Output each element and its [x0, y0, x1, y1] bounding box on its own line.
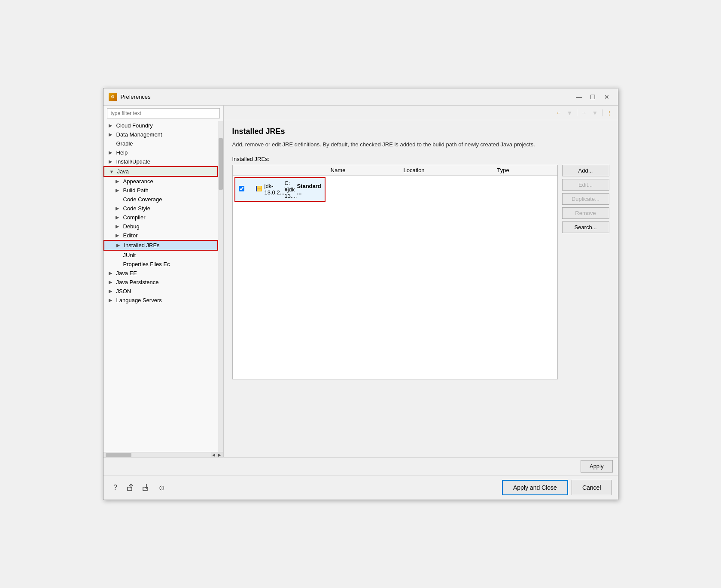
add-button[interactable]: Add...: [562, 165, 609, 176]
edit-button[interactable]: Edit...: [562, 179, 609, 191]
tree-item-editor[interactable]: ▶Editor: [103, 231, 218, 240]
tree-item-java[interactable]: ▼Java: [103, 166, 218, 177]
duplicate-button[interactable]: Duplicate...: [562, 193, 609, 205]
tree-label-appearance: Appearance: [123, 178, 153, 185]
jre-icon-0: [256, 185, 263, 194]
tree-label-junit: JUnit: [123, 252, 136, 258]
chevron-icon-editor: ▶: [116, 233, 122, 238]
apply-and-close-button[interactable]: Apply and Close: [502, 480, 568, 495]
scroll-right-button[interactable]: ▶: [217, 452, 223, 458]
right-toolbar: ← ▼ → ▼ ⋮: [224, 106, 618, 120]
tree-item-install-update[interactable]: ▶Install/Update: [103, 157, 218, 166]
tree-item-java-ee[interactable]: ▶Java EE: [103, 269, 218, 278]
tree-label-java: Java: [117, 168, 129, 175]
col-type: Type: [494, 165, 557, 176]
tree-label-help: Help: [116, 149, 128, 156]
chevron-icon-data-management: ▶: [109, 132, 115, 137]
apply-button[interactable]: Apply: [581, 460, 613, 473]
remove-button[interactable]: Remove: [562, 207, 609, 219]
jres-table-wrapper: Name Location Type jdk-13.0.2...C:¥jdk-1…: [232, 165, 558, 379]
col-location: Location: [400, 165, 493, 176]
tree-label-data-management: Data Management: [116, 131, 162, 138]
tree-item-data-management[interactable]: ▶Data Management: [103, 130, 218, 139]
tree-item-installed-jres[interactable]: ▶Installed JREs: [103, 240, 218, 251]
section-title: Installed JREs: [232, 127, 609, 136]
tree-label-java-ee: Java EE: [116, 270, 137, 276]
tree-label-code-style: Code Style: [123, 205, 151, 212]
tree-item-junit[interactable]: JUnit: [103, 251, 218, 260]
chevron-icon-debug: ▶: [116, 224, 122, 229]
forward-button[interactable]: →: [579, 108, 589, 118]
export-button[interactable]: [125, 482, 137, 494]
tree-item-properties-files[interactable]: Properties Files Ec: [103, 260, 218, 269]
scrollbar-track: [218, 121, 223, 452]
tree-item-code-coverage[interactable]: Code Coverage: [103, 195, 218, 204]
import-icon: [143, 484, 150, 491]
import-button[interactable]: [140, 482, 152, 494]
chevron-icon-java-persistence: ▶: [109, 279, 115, 285]
tree-label-java-persistence: Java Persistence: [116, 279, 159, 285]
filter-input[interactable]: [107, 108, 220, 118]
col-check: [233, 165, 327, 176]
minimize-button[interactable]: —: [573, 92, 585, 102]
tree-item-cloud-foundry[interactable]: ▶Cloud Foundry: [103, 121, 218, 130]
main-content: ▶Cloud Foundry▶Data ManagementGradle▶Hel…: [103, 106, 618, 457]
chevron-icon-code-style: ▶: [116, 206, 122, 211]
left-panel: ▶Cloud Foundry▶Data ManagementGradle▶Hel…: [103, 106, 224, 457]
tree-label-gradle: Gradle: [116, 140, 133, 147]
preferences-window: ⚙ Preferences — ☐ ✕ ▶Cloud Foundry▶Data …: [103, 88, 618, 500]
jre-location-0: C:¥jdk-13....: [284, 180, 297, 199]
jre-row-0[interactable]: jdk-13.0.2...C:¥jdk-13....Standard ...: [234, 177, 326, 202]
settings-button[interactable]: ⊙: [156, 482, 168, 494]
bottom-right-buttons: Apply and Close Cancel: [502, 480, 612, 495]
app-icon: ⚙: [109, 93, 117, 101]
right-panel: ← ▼ → ▼ ⋮ Installed JREs Add, remove or …: [224, 106, 618, 457]
scrollbar-thumb[interactable]: [219, 138, 223, 190]
jres-table: Name Location Type jdk-13.0.2...C:¥jdk-1…: [233, 165, 557, 203]
chevron-icon-help: ▶: [109, 150, 115, 155]
search-button[interactable]: Search...: [562, 221, 609, 233]
toolbar-separator: [577, 109, 577, 116]
svg-rect-2: [257, 188, 261, 188]
maximize-button[interactable]: ☐: [587, 92, 599, 102]
tree-item-debug[interactable]: ▶Debug: [103, 222, 218, 231]
bottom-actions: ? ⊙ Apply an: [103, 476, 618, 500]
tree-item-language-servers[interactable]: ▶Language Servers: [103, 296, 218, 305]
forward-dropdown-button[interactable]: ▼: [590, 108, 600, 118]
scroll-left-button[interactable]: ◀: [211, 452, 217, 458]
tree-list: ▶Cloud Foundry▶Data ManagementGradle▶Hel…: [103, 121, 218, 452]
svg-rect-3: [257, 189, 261, 189]
cancel-button[interactable]: Cancel: [572, 480, 612, 495]
jre-checkbox-0[interactable]: [239, 186, 244, 191]
tree-label-properties-files: Properties Files Ec: [123, 261, 170, 267]
tree-item-help[interactable]: ▶Help: [103, 148, 218, 157]
help-button[interactable]: ?: [110, 482, 122, 494]
tree-label-code-coverage: Code Coverage: [123, 196, 162, 203]
close-button[interactable]: ✕: [601, 92, 613, 102]
more-button[interactable]: ⋮: [604, 108, 615, 118]
chevron-icon-cloud-foundry: ▶: [109, 123, 115, 128]
tree-label-cloud-foundry: Cloud Foundry: [116, 122, 153, 129]
tree-label-editor: Editor: [123, 232, 138, 239]
tree-item-gradle[interactable]: Gradle: [103, 139, 218, 148]
back-dropdown-button[interactable]: ▼: [565, 108, 575, 118]
jres-label: Installed JREs:: [232, 156, 609, 162]
tree-item-json[interactable]: ▶JSON: [103, 287, 218, 296]
section-description: Add, remove or edit JRE definitions. By …: [232, 140, 609, 149]
tree-item-compiler[interactable]: ▶Compiler: [103, 213, 218, 222]
horizontal-scrollbar: ◀ ▶: [103, 452, 223, 457]
tree-item-appearance[interactable]: ▶Appearance: [103, 177, 218, 186]
horiz-scrollbar-thumb[interactable]: [106, 453, 131, 457]
back-button[interactable]: ←: [554, 108, 564, 118]
bottom-left-icons: ? ⊙: [110, 482, 168, 494]
tree-item-build-path[interactable]: ▶Build Path: [103, 186, 218, 195]
jre-name-0: jdk-13.0.2...: [265, 183, 285, 196]
svg-rect-4: [257, 190, 260, 190]
bottom-bar: Apply ? ⊙: [103, 457, 618, 500]
tree-item-code-style[interactable]: ▶Code Style: [103, 204, 218, 213]
tree-label-installed-jres: Installed JREs: [124, 242, 160, 249]
tree-label-language-servers: Language Servers: [116, 297, 162, 303]
tree-item-java-persistence[interactable]: ▶Java Persistence: [103, 278, 218, 287]
export-icon: [127, 484, 135, 491]
svg-rect-6: [256, 186, 257, 191]
